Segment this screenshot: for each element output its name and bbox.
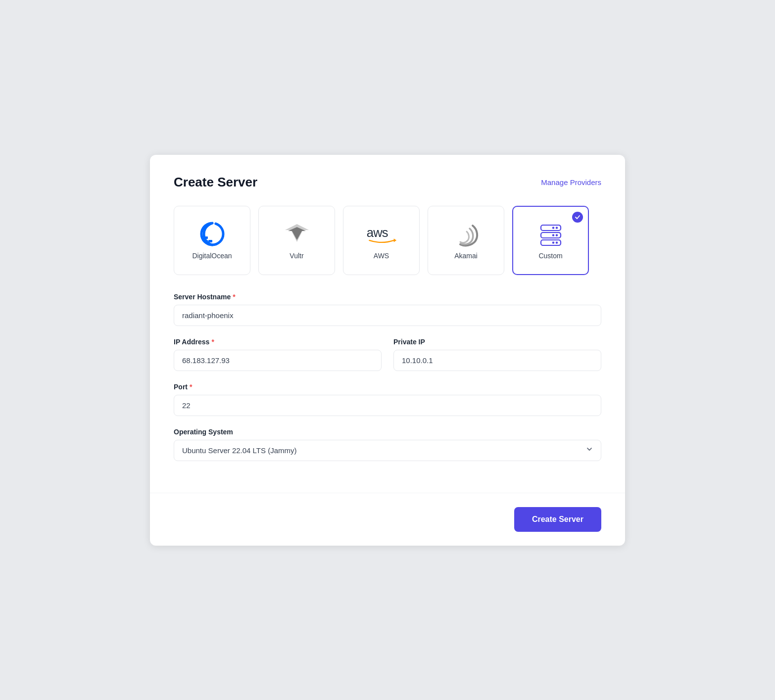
provider-card-vultr[interactable]: Vultr <box>258 206 335 275</box>
ip-address-section: IP Address * <box>174 338 382 371</box>
hostname-required-star: * <box>233 293 235 301</box>
private-ip-section: Private IP <box>393 338 601 371</box>
custom-logo <box>535 221 567 247</box>
provider-name-custom: Custom <box>538 252 562 260</box>
card-body: Create Server Manage Providers DigitalOc… <box>150 155 625 493</box>
provider-card-custom[interactable]: Custom <box>512 206 589 275</box>
port-label: Port * <box>174 383 601 391</box>
provider-name-digitalocean: DigitalOcean <box>192 252 232 260</box>
provider-name-vultr: Vultr <box>290 252 303 260</box>
provider-card-aws[interactable]: aws AWS <box>343 206 420 275</box>
os-select-wrapper: Ubuntu Server 22.04 LTS (Jammy) Ubuntu S… <box>174 440 601 461</box>
os-select[interactable]: Ubuntu Server 22.04 LTS (Jammy) Ubuntu S… <box>174 440 601 461</box>
provider-name-aws: AWS <box>374 252 389 260</box>
card-footer: Create Server <box>150 493 625 546</box>
create-server-button[interactable]: Create Server <box>514 507 601 532</box>
card-header: Create Server Manage Providers <box>174 175 601 190</box>
aws-logo: aws <box>366 221 397 247</box>
private-ip-input[interactable] <box>393 350 601 371</box>
svg-rect-2 <box>205 236 208 239</box>
svg-point-12 <box>555 234 557 236</box>
ip-input[interactable] <box>174 350 382 371</box>
ip-row: IP Address * Private IP <box>174 338 601 371</box>
ip-label: IP Address * <box>174 338 382 346</box>
hostname-section: Server Hostname * <box>174 293 601 326</box>
ip-required-star: * <box>211 338 214 346</box>
provider-grid: DigitalOcean Vultr aws <box>174 206 601 275</box>
digitalocean-logo <box>196 221 228 247</box>
vultr-logo <box>281 221 313 247</box>
svg-text:aws: aws <box>366 226 388 239</box>
provider-card-digitalocean[interactable]: DigitalOcean <box>174 206 250 275</box>
manage-providers-link[interactable]: Manage Providers <box>541 178 601 187</box>
port-input[interactable] <box>174 395 601 416</box>
hostname-label: Server Hostname * <box>174 293 601 301</box>
svg-point-16 <box>552 241 554 243</box>
provider-name-akamai: Akamai <box>454 252 478 260</box>
svg-point-9 <box>555 227 557 229</box>
svg-point-13 <box>552 234 554 236</box>
os-section: Operating System Ubuntu Server 22.04 LTS… <box>174 428 601 461</box>
svg-rect-3 <box>205 240 208 242</box>
port-section: Port * <box>174 383 601 416</box>
os-label: Operating System <box>174 428 601 436</box>
svg-point-10 <box>552 227 554 229</box>
create-server-card: Create Server Manage Providers DigitalOc… <box>150 155 625 546</box>
hostname-input[interactable] <box>174 305 601 326</box>
provider-card-akamai[interactable]: Akamai <box>428 206 504 275</box>
private-ip-label: Private IP <box>393 338 601 346</box>
selected-check-badge <box>572 212 583 223</box>
akamai-logo <box>450 221 482 247</box>
page-title: Create Server <box>174 175 257 190</box>
svg-point-15 <box>555 241 557 243</box>
port-required-star: * <box>190 383 192 391</box>
svg-rect-1 <box>208 240 212 242</box>
svg-marker-7 <box>393 238 396 242</box>
